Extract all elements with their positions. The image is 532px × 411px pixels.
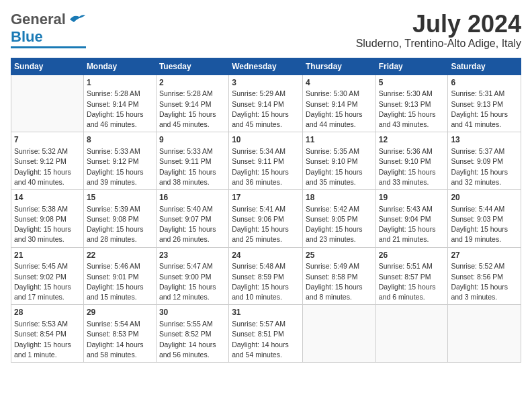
- day-number: 17: [232, 192, 300, 203]
- day-info: Sunrise: 5:32 AM Sunset: 9:12 PM Dayligh…: [14, 146, 81, 187]
- day-number: 6: [451, 77, 518, 89]
- day-number: 25: [306, 250, 373, 261]
- calendar-cell: 10Sunrise: 5:34 AM Sunset: 9:11 PM Dayli…: [229, 132, 303, 190]
- calendar-cell: 5Sunrise: 5:30 AM Sunset: 9:13 PM Daylig…: [375, 75, 448, 132]
- calendar-day-header: Wednesday: [229, 58, 303, 75]
- day-number: 7: [14, 134, 81, 146]
- calendar-cell: 28Sunrise: 5:53 AM Sunset: 8:54 PM Dayli…: [11, 305, 84, 363]
- logo-bar: [11, 46, 86, 48]
- calendar-day-header: Sunday: [11, 58, 84, 75]
- day-number: 20: [451, 192, 518, 203]
- day-info: Sunrise: 5:48 AM Sunset: 8:59 PM Dayligh…: [232, 261, 300, 302]
- day-number: 16: [159, 192, 226, 203]
- day-info: Sunrise: 5:41 AM Sunset: 9:06 PM Dayligh…: [232, 204, 300, 245]
- calendar-cell: 16Sunrise: 5:40 AM Sunset: 9:07 PM Dayli…: [156, 189, 228, 247]
- day-info: Sunrise: 5:44 AM Sunset: 9:03 PM Dayligh…: [451, 204, 518, 245]
- day-number: 2: [159, 77, 226, 89]
- day-info: Sunrise: 5:30 AM Sunset: 9:14 PM Dayligh…: [306, 89, 373, 130]
- day-number: 30: [159, 307, 226, 318]
- calendar-cell: 26Sunrise: 5:51 AM Sunset: 8:57 PM Dayli…: [375, 247, 448, 305]
- calendar-cell: 18Sunrise: 5:42 AM Sunset: 9:05 PM Dayli…: [302, 189, 375, 247]
- day-number: 26: [379, 250, 445, 261]
- day-number: 3: [232, 77, 300, 89]
- calendar-cell: [375, 305, 448, 363]
- title-section: July 2024 Sluderno, Trentino-Alto Adige,…: [356, 11, 521, 50]
- calendar-cell: 2Sunrise: 5:28 AM Sunset: 9:14 PM Daylig…: [156, 75, 228, 132]
- calendar-cell: 12Sunrise: 5:36 AM Sunset: 9:10 PM Dayli…: [375, 132, 448, 190]
- day-info: Sunrise: 5:53 AM Sunset: 8:54 PM Dayligh…: [14, 319, 81, 360]
- day-info: Sunrise: 5:28 AM Sunset: 9:14 PM Dayligh…: [87, 89, 153, 130]
- day-info: Sunrise: 5:47 AM Sunset: 9:00 PM Dayligh…: [159, 261, 226, 302]
- day-info: Sunrise: 5:34 AM Sunset: 9:11 PM Dayligh…: [232, 146, 300, 187]
- day-number: 31: [232, 307, 300, 318]
- calendar-cell: 8Sunrise: 5:33 AM Sunset: 9:12 PM Daylig…: [83, 132, 156, 190]
- logo: General Blue: [11, 11, 86, 48]
- calendar-cell: 4Sunrise: 5:30 AM Sunset: 9:14 PM Daylig…: [302, 75, 375, 132]
- day-info: Sunrise: 5:37 AM Sunset: 9:09 PM Dayligh…: [451, 146, 518, 187]
- day-number: 27: [451, 250, 518, 261]
- day-info: Sunrise: 5:30 AM Sunset: 9:13 PM Dayligh…: [379, 89, 445, 130]
- day-info: Sunrise: 5:55 AM Sunset: 8:52 PM Dayligh…: [159, 319, 226, 360]
- day-number: 23: [159, 250, 226, 261]
- calendar-week-row: 14Sunrise: 5:38 AM Sunset: 9:08 PM Dayli…: [11, 189, 521, 247]
- calendar-week-row: 28Sunrise: 5:53 AM Sunset: 8:54 PM Dayli…: [11, 305, 521, 363]
- day-number: 10: [232, 134, 300, 146]
- day-info: Sunrise: 5:36 AM Sunset: 9:10 PM Dayligh…: [379, 146, 445, 187]
- calendar-cell: 20Sunrise: 5:44 AM Sunset: 9:03 PM Dayli…: [448, 189, 521, 247]
- day-info: Sunrise: 5:45 AM Sunset: 9:02 PM Dayligh…: [14, 261, 81, 302]
- day-number: 4: [306, 77, 373, 89]
- calendar-cell: 22Sunrise: 5:46 AM Sunset: 9:01 PM Dayli…: [83, 247, 156, 305]
- page-header: General Blue July 2024 Sluderno, Trentin…: [11, 11, 521, 50]
- calendar-cell: 11Sunrise: 5:35 AM Sunset: 9:10 PM Dayli…: [302, 132, 375, 190]
- day-info: Sunrise: 5:29 AM Sunset: 9:14 PM Dayligh…: [232, 89, 300, 130]
- calendar-cell: 3Sunrise: 5:29 AM Sunset: 9:14 PM Daylig…: [229, 75, 303, 132]
- calendar-day-header: Tuesday: [156, 58, 228, 75]
- calendar-header-row: SundayMondayTuesdayWednesdayThursdayFrid…: [11, 58, 521, 75]
- calendar-week-row: 1Sunrise: 5:28 AM Sunset: 9:14 PM Daylig…: [11, 75, 521, 132]
- calendar-cell: 19Sunrise: 5:43 AM Sunset: 9:04 PM Dayli…: [375, 189, 448, 247]
- day-number: 24: [232, 250, 300, 261]
- calendar-cell: 29Sunrise: 5:54 AM Sunset: 8:53 PM Dayli…: [83, 305, 156, 363]
- calendar-cell: 30Sunrise: 5:55 AM Sunset: 8:52 PM Dayli…: [156, 305, 228, 363]
- day-number: 14: [14, 192, 81, 203]
- day-number: 28: [14, 307, 81, 318]
- day-number: 21: [14, 250, 81, 261]
- calendar-week-row: 21Sunrise: 5:45 AM Sunset: 9:02 PM Dayli…: [11, 247, 521, 305]
- calendar-day-header: Saturday: [448, 58, 521, 75]
- day-info: Sunrise: 5:33 AM Sunset: 9:11 PM Dayligh…: [159, 146, 226, 187]
- day-number: 22: [87, 250, 153, 261]
- day-number: 15: [87, 192, 153, 203]
- day-info: Sunrise: 5:57 AM Sunset: 8:51 PM Dayligh…: [232, 319, 300, 360]
- day-info: Sunrise: 5:52 AM Sunset: 8:56 PM Dayligh…: [451, 261, 518, 302]
- day-info: Sunrise: 5:51 AM Sunset: 8:57 PM Dayligh…: [379, 261, 445, 302]
- day-info: Sunrise: 5:42 AM Sunset: 9:05 PM Dayligh…: [306, 204, 373, 245]
- calendar-day-header: Monday: [83, 58, 156, 75]
- day-info: Sunrise: 5:46 AM Sunset: 9:01 PM Dayligh…: [87, 261, 153, 302]
- day-info: Sunrise: 5:40 AM Sunset: 9:07 PM Dayligh…: [159, 204, 226, 245]
- calendar-cell: 24Sunrise: 5:48 AM Sunset: 8:59 PM Dayli…: [229, 247, 303, 305]
- logo-general: General: [11, 11, 66, 28]
- calendar-cell: 27Sunrise: 5:52 AM Sunset: 8:56 PM Dayli…: [448, 247, 521, 305]
- calendar-cell: 14Sunrise: 5:38 AM Sunset: 9:08 PM Dayli…: [11, 189, 84, 247]
- day-info: Sunrise: 5:33 AM Sunset: 9:12 PM Dayligh…: [87, 146, 153, 187]
- calendar-cell: [11, 75, 84, 132]
- calendar-cell: 13Sunrise: 5:37 AM Sunset: 9:09 PM Dayli…: [448, 132, 521, 190]
- calendar-cell: [302, 305, 375, 363]
- calendar-cell: 9Sunrise: 5:33 AM Sunset: 9:11 PM Daylig…: [156, 132, 228, 190]
- calendar-week-row: 7Sunrise: 5:32 AM Sunset: 9:12 PM Daylig…: [11, 132, 521, 190]
- day-info: Sunrise: 5:38 AM Sunset: 9:08 PM Dayligh…: [14, 204, 81, 245]
- day-info: Sunrise: 5:43 AM Sunset: 9:04 PM Dayligh…: [379, 204, 445, 245]
- day-number: 9: [159, 134, 226, 146]
- calendar-cell: 1Sunrise: 5:28 AM Sunset: 9:14 PM Daylig…: [83, 75, 156, 132]
- calendar-cell: 21Sunrise: 5:45 AM Sunset: 9:02 PM Dayli…: [11, 247, 84, 305]
- calendar-cell: 15Sunrise: 5:39 AM Sunset: 9:08 PM Dayli…: [83, 189, 156, 247]
- day-info: Sunrise: 5:39 AM Sunset: 9:08 PM Dayligh…: [87, 204, 153, 245]
- day-number: 29: [87, 307, 153, 318]
- day-number: 8: [87, 134, 153, 146]
- calendar-cell: 31Sunrise: 5:57 AM Sunset: 8:51 PM Dayli…: [229, 305, 303, 363]
- day-number: 18: [306, 192, 373, 203]
- day-info: Sunrise: 5:54 AM Sunset: 8:53 PM Dayligh…: [87, 319, 153, 360]
- day-number: 19: [379, 192, 445, 203]
- calendar-cell: 17Sunrise: 5:41 AM Sunset: 9:06 PM Dayli…: [229, 189, 303, 247]
- day-info: Sunrise: 5:31 AM Sunset: 9:13 PM Dayligh…: [451, 89, 518, 130]
